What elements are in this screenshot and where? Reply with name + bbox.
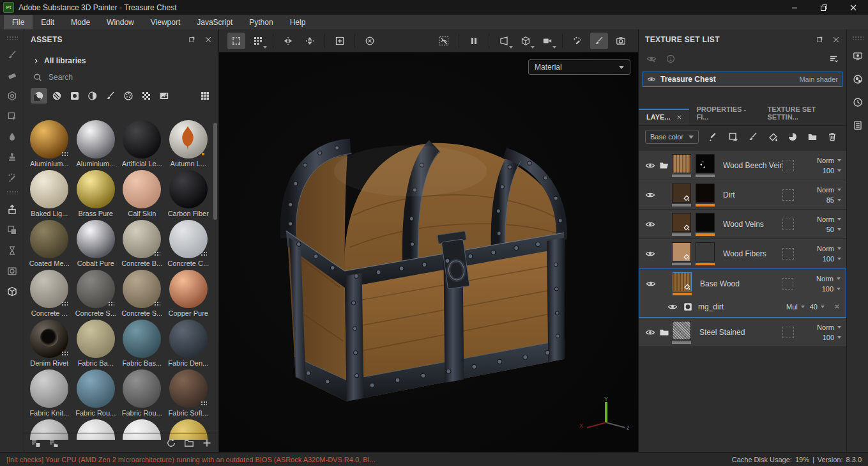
toggle-all-visibility-button[interactable] (646, 54, 657, 64)
layer-row[interactable]: Base WoodNorm100 (639, 269, 846, 299)
reload-shelf-button[interactable] (166, 438, 176, 448)
layer-thumbnail[interactable] (672, 321, 692, 344)
hide-ui-helpers-button[interactable] (435, 33, 453, 49)
mask-placeholder[interactable] (782, 219, 794, 230)
mask-placeholder[interactable] (782, 160, 794, 171)
measure-tool[interactable] (3, 242, 21, 260)
float-panel-icon[interactable] (188, 36, 195, 43)
mask-placeholder[interactable] (782, 278, 793, 290)
opacity-dropdown[interactable]: 50 (826, 226, 841, 233)
eye-icon[interactable] (647, 75, 656, 84)
material-item[interactable]: Aluminium... (73, 120, 119, 170)
layer-thumbnail[interactable] (672, 213, 692, 236)
add-effect-button[interactable] (706, 129, 721, 144)
layer-row[interactable]: Wood VeinsNorm50 (639, 210, 846, 239)
minimize-button[interactable] (780, 0, 809, 15)
pivot-frame-button[interactable] (331, 33, 349, 49)
bake-tool[interactable] (3, 262, 21, 280)
material-item[interactable]: Fabric Rou... (73, 369, 119, 419)
shader-settings-panel-button[interactable] (849, 70, 867, 88)
viewport-3d[interactable]: Material Y X Z (219, 52, 638, 452)
texture-set-row[interactable]: Treasure Chest Main shader (643, 72, 842, 87)
export-mesh-tool[interactable] (3, 201, 21, 219)
blend-mode-dropdown[interactable]: Norm (817, 323, 841, 331)
layer-thumbnail[interactable] (696, 213, 716, 236)
symmetry-settings-button[interactable] (227, 33, 245, 49)
eye-icon[interactable] (644, 190, 657, 200)
layer-row[interactable]: Steel StainedNorm100 (639, 318, 846, 347)
material-item[interactable]: Fabric Rou... (119, 369, 165, 419)
display-settings-panel-button[interactable] (849, 47, 867, 65)
tab-properties-fi-[interactable]: PROPERTIES - FI... (689, 101, 760, 125)
eye-icon[interactable] (644, 279, 657, 289)
material-item[interactable]: Fabric Knit... (27, 369, 72, 419)
layer-thumbnail[interactable] (696, 183, 716, 206)
material-item[interactable]: Aluminium... (27, 120, 72, 170)
menu-item-python[interactable]: Python (241, 15, 281, 29)
filter-sort-button[interactable] (828, 54, 839, 64)
mask-placeholder[interactable] (782, 248, 794, 260)
add-fill-layer-button[interactable] (726, 129, 741, 144)
search-input[interactable]: Search (24, 68, 218, 86)
menu-item-edit[interactable]: Edit (33, 15, 63, 29)
library-list-button[interactable] (49, 438, 59, 448)
close-panel-icon[interactable] (832, 36, 840, 43)
filter-patterns[interactable] (138, 88, 155, 104)
opacity-dropdown[interactable]: 100 (823, 334, 841, 341)
history-panel-button[interactable] (849, 93, 867, 111)
material-item[interactable]: Coated Me... (27, 220, 72, 270)
add-paint-layer-button[interactable] (745, 129, 761, 144)
material-item[interactable]: Concrete ... (27, 270, 72, 320)
polygon-fill-tool[interactable] (3, 107, 21, 125)
shelf-tool[interactable] (3, 283, 21, 300)
blend-mode-dropdown[interactable]: Norm (817, 157, 841, 164)
tab-laye-[interactable]: LAYE... (639, 109, 689, 125)
smudge-tool[interactable] (3, 128, 21, 146)
blend-mode-dropdown[interactable]: Norm (817, 186, 841, 194)
display-rasterization-button[interactable] (495, 33, 513, 49)
filter-filters[interactable] (84, 88, 101, 104)
pause-engine-button[interactable] (465, 33, 483, 49)
material-item[interactable]: Artificial Le... (119, 120, 165, 170)
material-item[interactable]: Concrete C... (166, 220, 211, 270)
layer-thumbnail[interactable] (696, 242, 716, 265)
effect-opacity-dropdown[interactable]: 40 (810, 303, 825, 311)
shading-mode-dropdown[interactable]: Material (528, 59, 630, 75)
filter-textures[interactable] (156, 88, 172, 104)
menu-item-window[interactable]: Window (98, 15, 142, 29)
menu-item-help[interactable]: Help (282, 15, 314, 29)
material-item[interactable]: Denim Rivet (27, 320, 72, 369)
close-panel-icon[interactable] (204, 36, 212, 43)
layer-thumbnail[interactable] (672, 183, 692, 206)
display-geometry-button[interactable] (517, 33, 535, 49)
display-camera-button[interactable] (538, 33, 556, 49)
layer-row[interactable]: Wood FibersNorm100 (639, 239, 846, 268)
material-item[interactable]: Calf Skin (119, 170, 165, 220)
blend-mode-dropdown[interactable]: Norm (817, 215, 841, 223)
layer-row[interactable]: Wood Beech VeinedNorm100 (639, 151, 846, 180)
mask-placeholder[interactable] (782, 189, 794, 201)
screenshot-button[interactable] (612, 33, 630, 49)
eye-icon[interactable] (644, 327, 657, 338)
effect-blend-dropdown[interactable]: Mul (786, 303, 805, 311)
material-item[interactable]: Concrete S... (119, 270, 165, 320)
menu-item-viewport[interactable]: Viewport (142, 15, 188, 29)
material-item[interactable]: Fabric Den... (166, 320, 211, 369)
mask-placeholder[interactable] (782, 327, 794, 338)
filter-alphas[interactable] (120, 88, 137, 104)
particle-tools-button[interactable] (568, 33, 586, 49)
add-smart-material-button[interactable] (785, 129, 800, 144)
layer-effect-row[interactable]: mg_dirtMul40 (639, 299, 846, 317)
layer-row[interactable]: DirtNorm85 (639, 180, 846, 210)
opacity-dropdown[interactable]: 100 (823, 255, 841, 263)
channel-filter-dropdown[interactable]: Base color (645, 130, 699, 144)
opacity-dropdown[interactable]: 100 (822, 285, 841, 293)
material-item[interactable]: Concrete B... (119, 220, 165, 270)
tab-texture-set-settin-[interactable]: TEXTURE SET SETTIN... (759, 101, 846, 125)
reset-transform-button[interactable] (361, 33, 379, 49)
tiling-mode-button[interactable] (249, 33, 267, 49)
material-item[interactable]: Brass Pure (73, 170, 119, 220)
grid-view-button[interactable] (197, 88, 213, 104)
material-item[interactable]: Baked Lig... (27, 170, 72, 220)
mirror-x-button[interactable] (279, 33, 297, 49)
